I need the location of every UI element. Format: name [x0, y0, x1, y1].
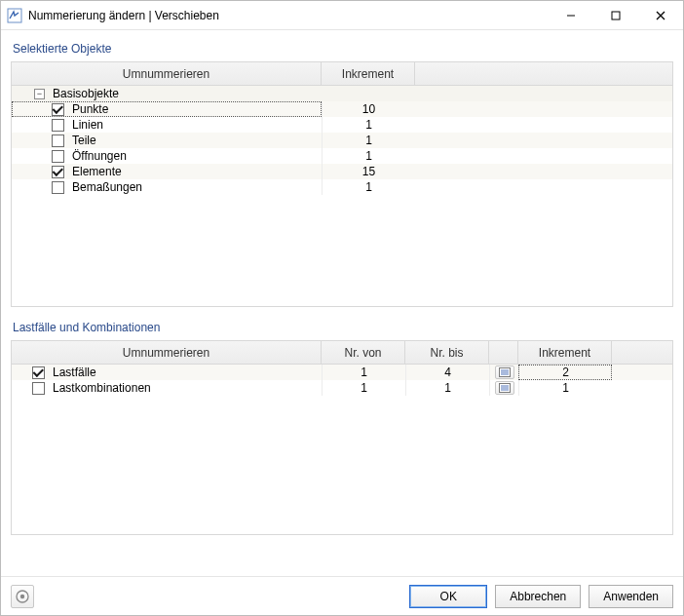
- item-label: Lastkombinationen: [47, 381, 151, 395]
- minimize-button[interactable]: [549, 1, 593, 30]
- cancel-button-label: Abbrechen: [510, 590, 566, 603]
- checkbox[interactable]: [32, 366, 45, 379]
- item-label: Linien: [66, 118, 103, 132]
- tree-parent-label: Basisobjekte: [47, 87, 119, 100]
- increment-cell[interactable]: 1: [322, 148, 415, 164]
- checkbox[interactable]: [52, 150, 64, 163]
- window-title: Nummerierung ändern | Verschieben: [28, 9, 219, 22]
- dialog-footer: OK Abbrechen Anwenden: [1, 576, 683, 615]
- from-cell[interactable]: 1: [322, 380, 405, 396]
- checkbox[interactable]: [52, 166, 64, 178]
- tree-child-row[interactable]: Bemaßungen 1: [12, 179, 672, 195]
- svg-rect-2: [612, 12, 620, 19]
- to-cell[interactable]: 1: [405, 380, 489, 396]
- ok-button[interactable]: OK: [409, 585, 487, 608]
- app-icon: [7, 8, 22, 23]
- checkbox[interactable]: [52, 135, 64, 147]
- ok-button-label: OK: [440, 590, 457, 603]
- from-cell[interactable]: 1: [322, 365, 405, 380]
- increment-cell[interactable]: 15: [322, 164, 415, 179]
- checkbox[interactable]: [52, 103, 64, 116]
- tree-child-row[interactable]: Punkte 10: [12, 101, 672, 117]
- increment-cell[interactable]: 2: [518, 365, 612, 380]
- col-header-increment[interactable]: Inkrement: [322, 62, 415, 85]
- item-label: Öffnungen: [66, 149, 127, 163]
- col-header-increment[interactable]: Inkrement: [518, 341, 612, 364]
- list-picker-icon[interactable]: [495, 381, 514, 395]
- to-cell[interactable]: 4: [405, 365, 489, 380]
- section-title-loadcases: Lastfälle und Kombinationen: [11, 317, 673, 340]
- loadcases-grid: Umnummerieren Nr. von Nr. bis Inkrement …: [11, 340, 673, 535]
- tree-child-row[interactable]: Teile 1: [12, 133, 672, 148]
- item-label: Lastfälle: [47, 366, 96, 379]
- cancel-button[interactable]: Abbrechen: [495, 585, 581, 608]
- tree-collapse-icon[interactable]: −: [34, 89, 45, 99]
- col-header-name[interactable]: Umnummerieren: [12, 341, 322, 364]
- col-header-name[interactable]: Umnummerieren: [12, 62, 322, 85]
- picker-cell[interactable]: [489, 365, 518, 380]
- col-header-from[interactable]: Nr. von: [322, 341, 405, 364]
- increment-cell[interactable]: 10: [322, 101, 415, 117]
- load-row[interactable]: Lastkombinationen 1 1 1: [12, 380, 672, 396]
- apply-button-label: Anwenden: [603, 590, 659, 603]
- increment-cell[interactable]: 1: [322, 179, 415, 195]
- checkbox[interactable]: [52, 181, 64, 194]
- tree-child-row[interactable]: Öffnungen 1: [12, 148, 672, 164]
- item-label: Punkte: [66, 102, 108, 116]
- load-row[interactable]: Lastfälle 1 4 2: [12, 365, 672, 380]
- tree-child-row[interactable]: Linien 1: [12, 117, 672, 133]
- tree-parent-row[interactable]: − Basisobjekte: [12, 86, 672, 101]
- item-label: Elemente: [66, 165, 122, 178]
- item-label: Teile: [66, 134, 96, 147]
- increment-cell[interactable]: 1: [322, 133, 415, 148]
- section-title-objects: Selektierte Objekte: [11, 38, 673, 61]
- checkbox[interactable]: [52, 119, 64, 132]
- apply-button[interactable]: Anwenden: [589, 585, 673, 608]
- tree-child-row[interactable]: Elemente 15: [12, 164, 672, 179]
- objects-grid: Umnummerieren Inkrement − Basisobjekte P…: [11, 61, 673, 307]
- objects-grid-header: Umnummerieren Inkrement: [12, 62, 672, 86]
- title-bar: Nummerierung ändern | Verschieben: [1, 1, 683, 30]
- item-label: Bemaßungen: [66, 180, 142, 194]
- increment-cell[interactable]: 1: [518, 380, 612, 396]
- col-header-picker: [489, 341, 518, 364]
- help-button[interactable]: [11, 585, 34, 608]
- loadcases-grid-header: Umnummerieren Nr. von Nr. bis Inkrement: [12, 341, 672, 365]
- svg-point-14: [20, 594, 24, 597]
- list-picker-icon[interactable]: [495, 366, 514, 379]
- maximize-button[interactable]: [593, 1, 638, 30]
- increment-cell[interactable]: 1: [322, 117, 415, 133]
- checkbox[interactable]: [32, 382, 45, 395]
- col-header-to[interactable]: Nr. bis: [405, 341, 489, 364]
- picker-cell[interactable]: [489, 380, 518, 396]
- close-button[interactable]: [638, 1, 683, 30]
